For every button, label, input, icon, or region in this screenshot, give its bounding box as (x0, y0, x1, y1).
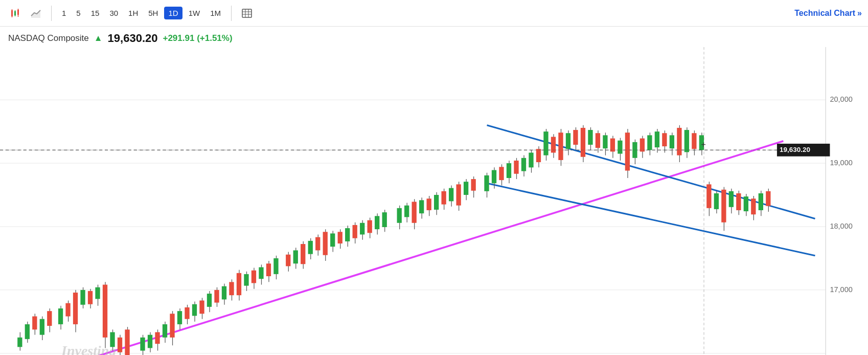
svg-rect-41 (73, 293, 78, 324)
svg-rect-81 (229, 282, 234, 295)
svg-rect-93 (273, 258, 278, 274)
svg-rect-89 (259, 267, 263, 279)
svg-rect-79 (222, 286, 226, 300)
svg-text:+: + (701, 140, 706, 149)
svg-rect-167 (566, 133, 570, 149)
svg-rect-6 (17, 10, 19, 15)
candlestick-button[interactable] (6, 4, 25, 23)
svg-rect-161 (543, 131, 548, 155)
svg-rect-175 (596, 133, 600, 148)
svg-rect-45 (88, 291, 93, 304)
svg-rect-75 (207, 294, 212, 307)
svg-rect-43 (80, 290, 85, 305)
svg-rect-139 (456, 184, 461, 205)
up-arrow-icon: ▲ (94, 33, 103, 43)
svg-rect-193 (662, 133, 667, 146)
svg-rect-57 (140, 338, 145, 351)
svg-rect-137 (449, 188, 453, 202)
svg-rect-151 (507, 163, 511, 178)
svg-rect-143 (471, 179, 475, 191)
svg-rect-53 (118, 338, 122, 352)
divider-1 (51, 6, 52, 21)
svg-rect-127 (412, 202, 417, 223)
technical-chart-arrow: » (857, 9, 862, 18)
svg-rect-105 (323, 232, 328, 255)
svg-rect-165 (558, 132, 563, 160)
svg-rect-205 (706, 184, 711, 208)
svg-rect-197 (677, 128, 681, 156)
interval-30-button[interactable]: 30 (105, 7, 122, 19)
svg-rect-121 (382, 212, 387, 227)
interval-1d-button[interactable]: 1D (164, 7, 182, 19)
svg-rect-31 (32, 316, 37, 329)
svg-rect-145 (484, 175, 489, 191)
svg-rect-195 (670, 135, 674, 148)
svg-rect-117 (368, 220, 372, 233)
svg-rect-131 (427, 198, 431, 210)
svg-rect-149 (499, 167, 504, 180)
technical-chart-label: Technical Chart (794, 9, 855, 18)
svg-rect-115 (360, 223, 364, 235)
svg-text:20,000: 20,000 (830, 95, 852, 103)
interval-1-button[interactable]: 1 (58, 7, 70, 19)
svg-rect-55 (125, 329, 129, 355)
svg-text:17,000: 17,000 (830, 285, 852, 294)
interval-1w-button[interactable]: 1W (185, 7, 204, 19)
price-header: NASDAQ Composite ▲ 19,630.20 +291.91 (+1… (0, 27, 868, 47)
interval-1h-button[interactable]: 1H (124, 7, 142, 19)
svg-rect-111 (345, 228, 350, 241)
svg-rect-59 (148, 335, 152, 348)
index-name: NASDAQ Composite (8, 33, 89, 43)
svg-rect-0 (11, 10, 13, 16)
interval-5h-button[interactable]: 5H (144, 7, 162, 19)
svg-rect-69 (185, 307, 189, 319)
divider-2 (231, 6, 232, 21)
svg-rect-209 (721, 190, 726, 223)
svg-rect-47 (95, 287, 100, 299)
svg-rect-51 (110, 332, 115, 347)
svg-rect-181 (618, 141, 622, 154)
technical-chart-link[interactable]: Technical Chart » (794, 9, 862, 18)
price-change: +291.91 (+1.51%) (163, 33, 232, 43)
svg-rect-213 (736, 193, 741, 210)
svg-rect-135 (441, 191, 446, 205)
indicators-button[interactable] (238, 4, 256, 23)
svg-rect-95 (286, 255, 290, 267)
svg-rect-91 (266, 263, 271, 276)
svg-rect-3 (14, 11, 16, 15)
svg-rect-123 (397, 208, 402, 223)
price-value: 19,630.20 (108, 32, 158, 45)
svg-rect-97 (293, 250, 298, 263)
svg-rect-63 (163, 324, 167, 338)
svg-rect-71 (192, 304, 197, 316)
chart-area[interactable]: + 20,000 19,000 18,000 17,000 19,630.20 … (0, 47, 868, 355)
svg-rect-109 (338, 232, 342, 243)
svg-rect-73 (199, 300, 204, 314)
interval-1m-button[interactable]: 1M (206, 7, 225, 19)
svg-rect-125 (404, 206, 409, 217)
svg-rect-33 (40, 319, 44, 335)
svg-rect-27 (17, 338, 22, 347)
svg-rect-141 (464, 182, 468, 195)
svg-rect-61 (155, 332, 159, 344)
svg-rect-183 (625, 132, 630, 170)
svg-rect-153 (514, 161, 518, 174)
svg-rect-191 (655, 131, 659, 147)
svg-rect-133 (434, 195, 439, 210)
area-chart-button[interactable] (27, 4, 45, 23)
interval-5-button[interactable]: 5 (72, 7, 84, 19)
svg-rect-147 (492, 170, 496, 184)
svg-rect-83 (237, 273, 241, 295)
chart-svg: + 20,000 19,000 18,000 17,000 19,630.20 (0, 47, 868, 355)
svg-rect-39 (65, 303, 70, 317)
svg-text:18,000: 18,000 (830, 222, 852, 230)
svg-rect-113 (353, 225, 357, 238)
svg-rect-201 (692, 133, 696, 149)
svg-rect-65 (170, 314, 174, 337)
svg-rect-179 (610, 139, 615, 152)
interval-15-button[interactable]: 15 (87, 7, 104, 19)
svg-rect-207 (714, 193, 719, 209)
svg-rect-67 (177, 311, 182, 324)
svg-rect-103 (315, 237, 320, 251)
svg-rect-107 (330, 233, 335, 247)
